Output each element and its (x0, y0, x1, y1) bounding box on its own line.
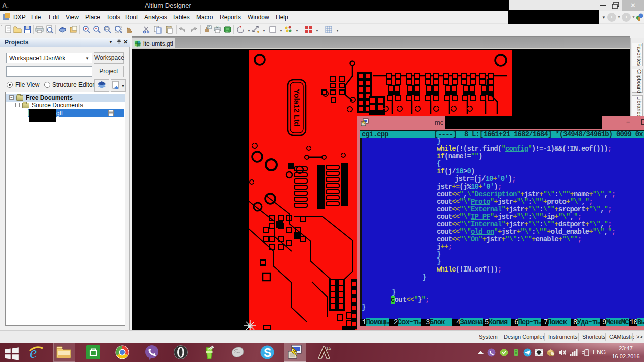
svg-text:S: S (264, 346, 271, 359)
svg-text:8: 8 (326, 350, 329, 355)
svg-text:Yola12 Ltd: Yola12 Ltd (293, 89, 301, 127)
svg-text:ID: ID (216, 25, 218, 28)
svg-text:ID: ID (208, 26, 210, 29)
